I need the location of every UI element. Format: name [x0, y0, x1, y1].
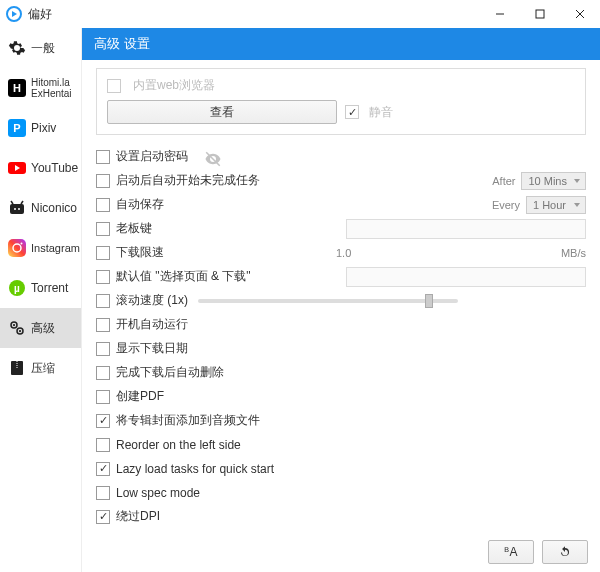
- option-label: 下载限速: [116, 244, 164, 261]
- visibility-off-icon[interactable]: [204, 150, 222, 164]
- sidebar-item-label: Pixiv: [31, 121, 56, 135]
- sidebar-item-instagram[interactable]: Instagram: [0, 228, 81, 268]
- minimize-button[interactable]: [480, 0, 520, 28]
- sidebar-item-compress[interactable]: 压缩: [0, 348, 81, 388]
- app-icon: [6, 6, 22, 22]
- option-label: 完成下载后自动删除: [116, 364, 224, 381]
- option-row: 绕过DPI: [96, 505, 586, 528]
- option-checkbox[interactable]: [96, 294, 110, 308]
- torrent-icon: µ: [8, 279, 26, 297]
- every-select[interactable]: 1 Hour: [526, 196, 586, 214]
- option-checkbox[interactable]: [96, 366, 110, 380]
- close-button[interactable]: [560, 0, 600, 28]
- slider-thumb[interactable]: [425, 294, 433, 308]
- option-label: Low spec mode: [116, 486, 200, 500]
- option-label: 显示下载日期: [116, 340, 188, 357]
- option-label: 启动后自动开始未完成任务: [116, 172, 260, 189]
- option-row: 完成下载后自动删除: [96, 361, 586, 384]
- option-checkbox[interactable]: [96, 318, 110, 332]
- svg-point-24: [13, 324, 15, 326]
- scroll-speed-slider[interactable]: [198, 299, 458, 303]
- after-select[interactable]: 10 Mins: [521, 172, 586, 190]
- sidebar-item-niconico[interactable]: Niconico: [0, 188, 81, 228]
- option-checkbox[interactable]: [96, 246, 110, 260]
- option-label: 默认值 "选择页面 & 下载": [116, 268, 251, 285]
- maximize-button[interactable]: [520, 0, 560, 28]
- option-label: 创建PDF: [116, 388, 164, 405]
- sidebar-item-label: 一般: [31, 40, 55, 57]
- sidebar: 一般 H Hitomi.la ExHentai P Pixiv YouTube …: [0, 28, 82, 572]
- option-label: 自动保存: [116, 196, 164, 213]
- instagram-icon: [8, 239, 26, 257]
- svg-text:P: P: [13, 122, 20, 134]
- hitomi-icon: H: [8, 79, 26, 97]
- option-row: Low spec mode: [96, 481, 586, 504]
- panel-title: 高级 设置: [94, 35, 150, 53]
- svg-text:µ: µ: [14, 283, 20, 294]
- svg-point-15: [14, 208, 16, 210]
- option-row: 开机自动运行: [96, 313, 586, 336]
- main-panel: 高级 设置 内置web浏览器 查看 静音 设置启动密码启动后: [82, 28, 600, 572]
- option-row: 下载限速1.0MB/s: [96, 241, 586, 264]
- svg-point-16: [18, 208, 20, 210]
- sidebar-item-pixiv[interactable]: P Pixiv: [0, 108, 81, 148]
- footer-bar: ᴮA: [82, 534, 600, 572]
- window-title: 偏好: [28, 6, 480, 23]
- reset-icon: [558, 545, 572, 559]
- builtin-browser-group: 内置web浏览器 查看 静音: [96, 68, 586, 135]
- sidebar-item-label: YouTube: [31, 161, 78, 175]
- option-row: Lazy load tasks for quick start: [96, 457, 586, 480]
- svg-marker-1: [12, 11, 17, 17]
- sidebar-item-advanced[interactable]: 高级: [0, 308, 81, 348]
- option-checkbox[interactable]: [96, 198, 110, 212]
- sidebar-item-label: 压缩: [31, 360, 55, 377]
- option-label: Lazy load tasks for quick start: [116, 462, 274, 476]
- option-row: 显示下载日期: [96, 337, 586, 360]
- option-row: 自动保存Every1 Hour: [96, 193, 586, 216]
- option-checkbox[interactable]: [96, 270, 110, 284]
- option-label: Reorder on the left side: [116, 438, 241, 452]
- text-size-button[interactable]: ᴮA: [488, 540, 534, 564]
- compress-icon: [8, 359, 26, 377]
- speed-unit: MB/s: [561, 247, 586, 259]
- sidebar-item-hitomi[interactable]: H Hitomi.la ExHentai: [0, 68, 81, 108]
- option-field[interactable]: [346, 267, 586, 287]
- advanced-icon: [8, 319, 26, 337]
- niconico-icon: [8, 199, 26, 217]
- pixiv-icon: P: [8, 119, 26, 137]
- option-checkbox[interactable]: [96, 414, 110, 428]
- mute-label: 静音: [369, 104, 393, 121]
- sidebar-item-label: Instagram: [31, 242, 80, 254]
- sidebar-item-general[interactable]: 一般: [0, 28, 81, 68]
- option-checkbox[interactable]: [96, 510, 110, 524]
- sidebar-item-youtube[interactable]: YouTube: [0, 148, 81, 188]
- titlebar: 偏好: [0, 0, 600, 28]
- option-checkbox[interactable]: [96, 222, 110, 236]
- option-row: 老板键: [96, 217, 586, 240]
- after-label: After: [492, 175, 515, 187]
- svg-text:H: H: [13, 82, 21, 94]
- view-button[interactable]: 查看: [107, 100, 337, 124]
- option-checkbox[interactable]: [96, 438, 110, 452]
- panel-header: 高级 设置: [82, 28, 600, 60]
- option-row: 将专辑封面添加到音频文件: [96, 409, 586, 432]
- mute-checkbox[interactable]: [345, 105, 359, 119]
- svg-rect-17: [8, 239, 26, 257]
- speed-value: 1.0: [336, 247, 351, 259]
- option-row: 设置启动密码: [96, 145, 586, 168]
- reset-button[interactable]: [542, 540, 588, 564]
- option-checkbox[interactable]: [96, 486, 110, 500]
- option-field[interactable]: [346, 219, 586, 239]
- option-label: 绕过DPI: [116, 508, 160, 525]
- builtin-browser-checkbox[interactable]: [107, 79, 121, 93]
- youtube-icon: [8, 159, 26, 177]
- option-checkbox[interactable]: [96, 342, 110, 356]
- option-label: 滚动速度 (1x): [116, 292, 188, 309]
- option-checkbox[interactable]: [96, 462, 110, 476]
- sidebar-item-torrent[interactable]: µ Torrent: [0, 268, 81, 308]
- option-checkbox[interactable]: [96, 174, 110, 188]
- panel-content: 内置web浏览器 查看 静音 设置启动密码启动后自动开始未完成任务After10…: [82, 60, 600, 534]
- option-checkbox[interactable]: [96, 150, 110, 164]
- every-label: Every: [492, 199, 520, 211]
- option-checkbox[interactable]: [96, 390, 110, 404]
